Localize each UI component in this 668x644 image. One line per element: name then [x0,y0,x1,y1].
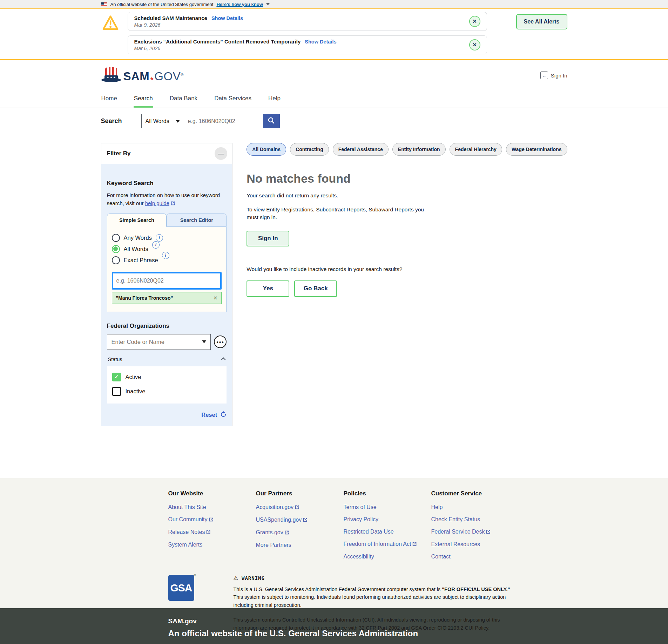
footer-link[interactable]: Accessibility [344,554,431,560]
nav-item-home[interactable]: Home [101,91,117,108]
footer-link[interactable]: Federal Service Desk [431,529,519,535]
alert-stack: Scheduled SAM Maintenance Show Details M… [128,12,487,54]
footer-link[interactable]: Check Entity Status [431,516,519,523]
nav-item-data-services[interactable]: Data Services [214,91,252,108]
domain-pills: All Domains Contracting Federal Assistan… [247,143,567,156]
info-icon[interactable]: i [162,252,169,259]
radio-any-words[interactable] [112,234,120,242]
footer-link[interactable]: Freedom of Information Act [344,541,431,548]
close-icon[interactable]: ✕ [469,16,480,27]
show-details-link[interactable]: Show Details [211,15,243,21]
footer-link[interactable]: Grants.gov [256,529,344,536]
sign-in-label: Sign In [551,73,567,79]
radio-all-words[interactable] [112,245,120,253]
warning-paragraph-1: This is a U.S. General Services Administ… [234,585,514,609]
footer-link[interactable]: About This Site [168,504,256,510]
external-link-icon [209,517,214,523]
info-icon[interactable]: i [156,234,163,242]
chip-close-icon[interactable]: ✕ [213,295,217,301]
info-icon[interactable]: i [152,241,160,249]
status-option-inactive[interactable]: Inactive [112,387,222,396]
collapse-filters-button[interactable]: — [215,147,227,160]
tab-simple-search[interactable]: Simple Search [107,213,167,227]
footer-link[interactable]: More Partners [256,542,344,548]
no-results-text: Your search did not return any results. [247,192,567,199]
how-you-know-link[interactable]: Here’s how you know [216,2,263,7]
footer-link[interactable]: Help [431,504,519,510]
main-nav: Home Search Data Bank Data Services Help [0,91,668,108]
keyword-input[interactable] [112,272,222,290]
external-link-icon [295,504,299,511]
warning-icon: ⚠ [234,575,238,581]
domain-pill-wage-determinations[interactable]: Wage Determinations [506,143,567,156]
show-details-link[interactable]: Show Details [305,39,336,45]
status-options: ✓ Active Inactive [107,366,227,404]
external-link-icon [171,199,175,208]
footer-link[interactable]: Restricted Data Use [344,529,431,535]
gsa-logo: GSA ® [168,575,196,639]
alert-title: Scheduled SAM Maintenance [134,15,207,21]
simple-search-panel: Any Words i All Words i Exact Phrase i "… [107,227,227,312]
nav-item-search[interactable]: Search [134,91,153,108]
radio-label: All Words [124,246,148,252]
external-link-icon [303,517,308,523]
federal-org-select[interactable]: Enter Code or Name [107,334,211,350]
search-mode-select[interactable]: All Words [141,114,184,128]
federal-organizations-heading: Federal Organizations [107,323,227,330]
footer-column-our-partners: Our Partners Acquisition.gov USASpending… [256,490,344,566]
filter-panel: Filter By — Keyword Search For more info… [101,143,233,426]
footer-link[interactable]: Terms of Use [344,504,431,510]
domain-pill-all-domains[interactable]: All Domains [247,143,286,156]
sam-gov-logo[interactable]: ★ ★ ★ SAM★GOV® [101,67,184,84]
checkbox-unchecked-icon [112,387,121,396]
footer-link[interactable]: Acquisition.gov [256,504,344,511]
footer-link[interactable]: System Alerts [168,542,256,548]
tab-search-editor[interactable]: Search Editor [167,213,227,227]
go-back-button[interactable]: Go Back [294,280,337,297]
domain-pill-federal-hierarchy[interactable]: Federal Hierarchy [450,143,502,156]
alert-card: Scheduled SAM Maintenance Show Details M… [128,12,487,31]
footer-link[interactable]: Release Notes [168,529,256,536]
footer-link[interactable]: External Resources [431,541,519,548]
domain-pill-contracting[interactable]: Contracting [290,143,329,156]
domain-pill-federal-assistance[interactable]: Federal Assistance [333,143,389,156]
reset-filters-button[interactable]: Reset [107,411,227,419]
search-button[interactable] [263,114,280,128]
alert-date: Mar 6, 2026 [134,46,337,51]
footer-link[interactable]: Contact [431,554,519,560]
nav-item-data-bank[interactable]: Data Bank [169,91,198,108]
footer-link[interactable]: USASpending.gov [256,517,344,523]
external-link-icon [206,529,211,536]
search-input[interactable] [184,114,263,128]
warning-title: WARNING [242,575,265,581]
alerts-region: Scheduled SAM Maintenance Show Details M… [0,9,668,60]
radio-exact-phrase[interactable] [112,256,120,264]
nav-item-help[interactable]: Help [268,91,281,108]
radio-label: Exact Phrase [124,257,158,264]
more-options-icon[interactable]: ●●● [214,335,227,348]
sign-in-required-text: To view Entity Registrations, Subcontrac… [247,206,425,222]
footer-link[interactable]: Our Community [168,516,256,523]
search-mode-value: All Words [146,118,169,124]
checkbox-checked-icon: ✓ [112,373,121,381]
close-icon[interactable]: ✕ [469,39,480,50]
status-option-active[interactable]: ✓ Active [112,373,222,381]
yes-button[interactable]: Yes [247,280,289,297]
domain-pill-entity-information[interactable]: Entity Information [392,143,446,156]
status-section-toggle[interactable]: Status [107,355,227,364]
site-header: ★ ★ ★ SAM★GOV® ← Sign In [0,60,668,91]
sign-in-arrow-icon: ← [540,72,548,79]
external-link-icon [285,530,289,536]
sign-in-header[interactable]: ← Sign In [540,72,567,79]
chip-label: "Manu Flores Troncoso" [116,295,173,301]
chevron-down-icon[interactable] [266,3,270,5]
us-flag-icon [101,2,107,6]
footer-link[interactable]: Privacy Policy [344,516,431,523]
inactive-records-question: Would you like to include inactive recor… [247,266,567,272]
help-guide-link[interactable]: help guide [145,200,169,206]
keyword-search-heading: Keyword Search [107,180,227,187]
see-all-alerts-button[interactable]: See All Alerts [516,14,567,29]
reset-icon [220,411,227,419]
footer: Our Website About This Site Our Communit… [0,478,668,608]
sign-in-button[interactable]: Sign In [247,231,289,246]
